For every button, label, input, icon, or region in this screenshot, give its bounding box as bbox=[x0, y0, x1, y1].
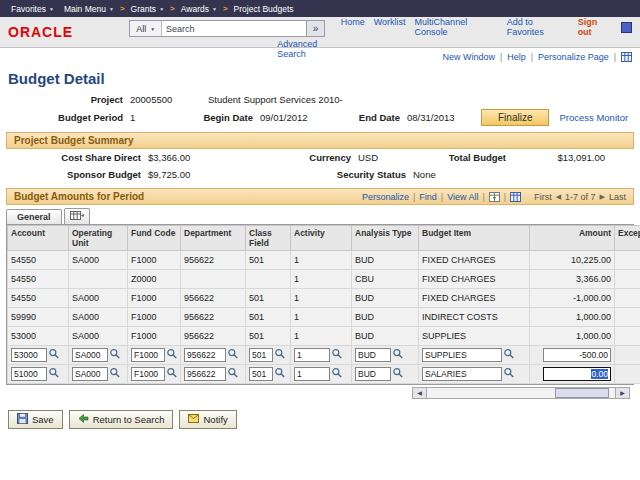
chevron-down-icon: ▼ bbox=[159, 6, 164, 12]
advanced-search-link[interactable]: Advanced Search bbox=[277, 39, 341, 59]
breadcrumb-bar: Favorites▼Main Menu▼>Grants▼>Awards▼>Pro… bbox=[0, 0, 640, 17]
nav-window-icon[interactable] bbox=[621, 22, 632, 33]
scroll-left-icon[interactable]: ◀ bbox=[413, 388, 427, 398]
cell-class-field: 501 bbox=[246, 251, 291, 270]
save-button[interactable]: Save bbox=[8, 410, 63, 429]
lookup-icon[interactable] bbox=[48, 367, 60, 381]
header-link-add-to-favorites[interactable]: Add to Favorites bbox=[507, 17, 569, 37]
lookup-icon[interactable] bbox=[48, 348, 60, 362]
amount-input[interactable]: 0.00 bbox=[543, 367, 611, 381]
lookup-icon[interactable] bbox=[166, 367, 178, 381]
column-header-activity[interactable]: Activity bbox=[291, 226, 352, 251]
column-header-analysis-type[interactable]: Analysis Type bbox=[352, 226, 419, 251]
budget-item-input[interactable]: SALARIES bbox=[422, 367, 502, 381]
separator: | bbox=[413, 192, 415, 202]
fund-code-input[interactable]: F1000 bbox=[131, 367, 165, 381]
cell-amount: -500.00 bbox=[530, 346, 615, 365]
column-header-department[interactable]: Department bbox=[181, 226, 246, 251]
lookup-icon[interactable] bbox=[503, 348, 515, 362]
process-monitor-link[interactable]: Process Monitor bbox=[559, 112, 628, 123]
scrollbar-thumb[interactable] bbox=[555, 388, 609, 398]
lookup-icon[interactable] bbox=[109, 348, 121, 362]
tab-general[interactable]: General bbox=[6, 209, 62, 224]
column-header-fund-code[interactable]: Fund Code bbox=[128, 226, 181, 251]
breadcrumb-item-grants[interactable]: Grants▼ bbox=[126, 4, 169, 14]
search-go-button[interactable]: » bbox=[306, 21, 324, 36]
personalize-link[interactable]: Personalize bbox=[362, 192, 409, 202]
lookup-icon[interactable] bbox=[227, 348, 239, 362]
download-grid-icon[interactable] bbox=[489, 192, 500, 202]
analysis-type-input[interactable]: BUD bbox=[355, 348, 391, 362]
cell-activity: 1 bbox=[291, 270, 352, 289]
cell-fund-code: F1000 bbox=[128, 346, 181, 365]
operating-unit-input[interactable]: SA000 bbox=[72, 348, 108, 362]
action-buttons: Save Return to Search Notify bbox=[0, 399, 640, 440]
breadcrumb-item-favorites[interactable]: Favorites▼ bbox=[6, 4, 59, 14]
column-header-budget-item[interactable]: Budget Item bbox=[419, 226, 530, 251]
lookup-icon[interactable] bbox=[503, 367, 515, 381]
scroll-right-icon[interactable]: ▶ bbox=[615, 388, 629, 398]
lookup-icon[interactable] bbox=[331, 348, 343, 362]
cell-fund-code: Z0000 bbox=[128, 270, 181, 289]
column-header-account[interactable]: Account bbox=[8, 226, 69, 251]
lookup-icon[interactable] bbox=[227, 367, 239, 381]
activity-input[interactable]: 1 bbox=[294, 348, 330, 362]
header-link-worklist[interactable]: Worklist bbox=[374, 17, 406, 37]
cell-account: 54550 bbox=[8, 251, 69, 270]
class-field-input[interactable]: 501 bbox=[249, 367, 273, 381]
column-header-amount[interactable]: Amount bbox=[530, 226, 615, 251]
personalize-layout-icon[interactable] bbox=[621, 52, 632, 62]
lookup-icon[interactable] bbox=[392, 367, 404, 381]
budget-period-label: Budget Period bbox=[8, 112, 130, 123]
cell-budget-item: FIXED CHARGES bbox=[419, 289, 530, 308]
budget-item-input[interactable]: SUPPLIES bbox=[422, 348, 502, 362]
zoom-grid-icon[interactable] bbox=[510, 192, 521, 202]
activity-input[interactable]: 1 bbox=[294, 367, 330, 381]
lookup-icon[interactable] bbox=[274, 367, 286, 381]
lookup-icon[interactable] bbox=[331, 367, 343, 381]
account-input[interactable]: 51000 bbox=[11, 367, 47, 381]
page-link-new-window[interactable]: New Window bbox=[442, 52, 495, 62]
grid-row: 54550SA000F10009566225011BUDFIXED CHARGE… bbox=[8, 289, 640, 308]
view-all-link[interactable]: View All bbox=[447, 192, 478, 202]
department-input[interactable]: 956622 bbox=[184, 348, 226, 362]
breadcrumb-label: Grants bbox=[131, 4, 157, 14]
lookup-icon[interactable] bbox=[392, 348, 404, 362]
horizontal-scrollbar[interactable]: ◀ ▶ bbox=[412, 387, 630, 399]
return-to-search-button[interactable]: Return to Search bbox=[69, 410, 174, 429]
lookup-icon[interactable] bbox=[274, 348, 286, 362]
header-links-bar: HomeWorklistMultiChannel ConsoleAdd to F… bbox=[341, 19, 632, 35]
account-input[interactable]: 53000 bbox=[11, 348, 47, 362]
class-field-input[interactable]: 501 bbox=[249, 348, 273, 362]
analysis-type-input[interactable]: BUD bbox=[355, 367, 391, 381]
cell-budget-item: FIXED CHARGES bbox=[419, 251, 530, 270]
breadcrumb-item-main-menu[interactable]: Main Menu▼ bbox=[59, 4, 119, 14]
notify-button[interactable]: Notify bbox=[179, 410, 236, 429]
search-input[interactable] bbox=[162, 21, 306, 36]
lookup-icon[interactable] bbox=[166, 348, 178, 362]
finalize-button[interactable]: Finalize bbox=[481, 109, 549, 126]
search-scope-dropdown[interactable]: All ▼ bbox=[130, 21, 162, 36]
operating-unit-input[interactable]: SA000 bbox=[72, 367, 108, 381]
header-link-home[interactable]: Home bbox=[341, 17, 365, 37]
sign-out-link[interactable]: Sign out bbox=[578, 17, 613, 37]
end-date-label: End Date bbox=[345, 112, 407, 123]
breadcrumb-item-awards[interactable]: Awards▼ bbox=[176, 4, 222, 14]
grid-row: 59990SA000F10009566225011BUDINDIRECT COS… bbox=[8, 308, 640, 327]
cell-exceptions: i bbox=[615, 346, 640, 365]
column-header-class-field[interactable]: Class Field bbox=[246, 226, 291, 251]
header-link-multichannel-console[interactable]: MultiChannel Console bbox=[415, 17, 498, 37]
breadcrumb-item-project-budgets[interactable]: Project Budgets bbox=[229, 4, 299, 14]
cell-operating-unit: SA000 bbox=[69, 289, 128, 308]
find-link[interactable]: Find bbox=[419, 192, 437, 202]
fund-code-input[interactable]: F1000 bbox=[131, 348, 165, 362]
cell-activity: 1 bbox=[291, 289, 352, 308]
department-input[interactable]: 956622 bbox=[184, 367, 226, 381]
page-link-help[interactable]: Help bbox=[507, 52, 526, 62]
page-link-personalize-page[interactable]: Personalize Page bbox=[538, 52, 609, 62]
amount-input[interactable]: -500.00 bbox=[543, 348, 611, 362]
lookup-icon[interactable] bbox=[109, 367, 121, 381]
scrollbar-track[interactable] bbox=[427, 388, 615, 398]
show-all-columns-tab[interactable] bbox=[64, 208, 90, 224]
column-header-operating-unit[interactable]: Operating Unit bbox=[69, 226, 128, 251]
